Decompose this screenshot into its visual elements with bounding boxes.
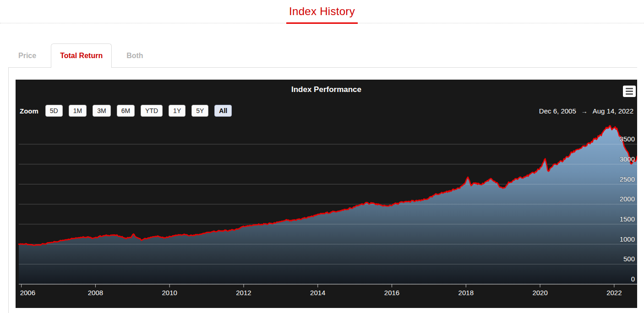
total-return-area [19, 126, 637, 284]
y-axis-label: 3000 [620, 155, 635, 163]
y-axis-label: 500 [623, 255, 635, 263]
x-axis-label: 2006 [20, 289, 35, 297]
tab-both[interactable]: Both [117, 43, 152, 67]
x-axis-label: 2022 [606, 289, 622, 297]
y-axis-label: 2500 [620, 175, 635, 183]
y-axis-label: 2000 [620, 195, 635, 203]
page-title: Index History [0, 0, 644, 18]
tab-both-label: Both [126, 52, 143, 60]
chart-plot-area[interactable]: 0500100015002000250030003500200620082010… [16, 80, 637, 308]
y-axis-label: 1000 [620, 235, 635, 243]
y-axis-label: 3500 [620, 135, 635, 143]
tab-price[interactable]: Price [9, 43, 45, 67]
x-axis-label: 2018 [458, 289, 474, 297]
x-axis-label: 2014 [310, 289, 325, 297]
title-underline [286, 22, 358, 24]
y-axis-label: 1500 [620, 215, 635, 223]
tab-price-label: Price [18, 52, 36, 60]
x-axis-label: 2020 [532, 289, 547, 297]
y-axis-label: 0 [631, 275, 635, 283]
index-performance-chart: Index Performance Zoom 5D1M3M6MYTD1Y5YAl… [16, 80, 637, 308]
tab-bar: Price Total Return Both [9, 43, 644, 67]
x-axis-label: 2016 [384, 289, 399, 297]
page-header: Index History [0, 0, 644, 23]
tab-total-return-label: Total Return [60, 52, 103, 60]
x-axis-label: 2012 [236, 289, 251, 297]
x-axis-label: 2010 [162, 289, 177, 297]
tab-total-return[interactable]: Total Return [51, 43, 112, 68]
tab-content-panel: Index Performance Zoom 5D1M3M6MYTD1Y5YAl… [8, 67, 637, 313]
x-axis-label: 2008 [88, 289, 103, 297]
